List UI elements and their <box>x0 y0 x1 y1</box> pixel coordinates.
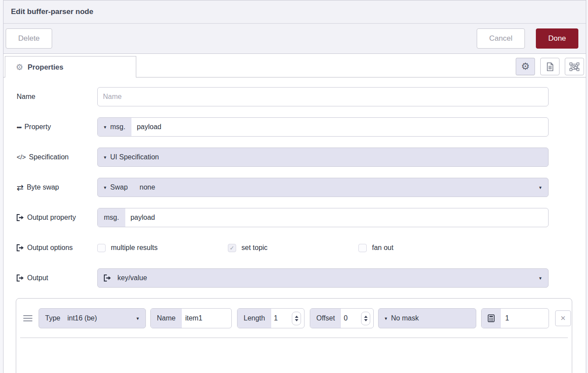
calculator-icon <box>488 314 495 322</box>
checkbox-icon[interactable]: ✓ <box>228 244 236 252</box>
output-property-value-input[interactable] <box>125 208 548 227</box>
item-name-prefix: Name <box>151 309 182 328</box>
item-offset-field: Offset <box>310 308 374 328</box>
checkbox-icon[interactable]: ✓ <box>97 244 106 252</box>
name-label: Name <box>17 93 97 101</box>
tab-tools: ⚙ <box>516 58 584 75</box>
item-scale-input[interactable] <box>501 309 549 328</box>
done-button[interactable]: Done <box>536 28 578 49</box>
property-type-button[interactable]: ▾ msg. <box>98 118 131 136</box>
checkbox-multiple-results[interactable]: ✓ multiple results <box>97 244 228 252</box>
gear-icon: ⚙ <box>521 62 530 71</box>
row-output: Output key/value ▾ <box>17 268 586 288</box>
spinner-down-icon[interactable] <box>295 319 298 321</box>
sign-out-icon <box>104 274 111 282</box>
output-select[interactable]: key/value ▾ <box>97 268 549 288</box>
output-value: key/value <box>117 274 147 282</box>
chevron-down-icon: ▾ <box>136 316 145 321</box>
item-offset-input[interactable] <box>341 309 354 328</box>
edit-node-dialog: Edit buffer-parser node Delete Cancel Do… <box>3 0 586 373</box>
spinner-up-icon[interactable] <box>364 316 368 318</box>
cancel-button[interactable]: Cancel <box>477 28 525 49</box>
spinner-down-icon[interactable] <box>364 319 368 321</box>
ellipsis-icon: ••• <box>17 124 21 130</box>
row-property: ••• Property ▾ msg. <box>17 117 586 137</box>
item-mask-select[interactable]: ▾ No mask <box>378 308 476 328</box>
items-list-container: Type int16 (be) ▾ Name Length <box>16 298 572 373</box>
exchange-icon: ⇄ <box>17 183 24 193</box>
dialog-toolbar: Delete Cancel Done <box>4 24 586 54</box>
item-mask-value: No mask <box>391 314 419 322</box>
checkbox-fan-out[interactable]: ✓ fan out <box>358 244 489 252</box>
item-name-input[interactable] <box>182 309 231 328</box>
output-label: Output <box>17 274 97 282</box>
gear-icon: ⚙ <box>16 63 23 71</box>
item-type-select[interactable]: Type int16 (be) ▾ <box>39 308 146 328</box>
specification-value: UI Specification <box>110 153 159 161</box>
item-name-field: Name <box>150 308 232 328</box>
chevron-down-icon: ▾ <box>104 155 106 160</box>
properties-tool-button[interactable]: ⚙ <box>516 58 535 75</box>
item-type-label: Type <box>45 314 60 322</box>
item-type-value: int16 (be) <box>67 314 97 322</box>
appearance-icon <box>569 62 580 71</box>
items-divider <box>20 338 568 338</box>
specification-select[interactable]: ▾ UI Specification <box>97 148 549 167</box>
chevron-down-icon: ▾ <box>539 276 548 281</box>
byte-swap-select[interactable]: ▾ Swap none ▾ <box>97 178 549 197</box>
item-row: Type int16 (be) ▾ Name Length <box>16 299 572 328</box>
item-scale-prefix <box>482 309 501 328</box>
output-property-type-button[interactable]: msg. <box>98 208 125 227</box>
item-length-field: Length <box>237 308 305 328</box>
delete-button[interactable]: Delete <box>6 28 52 49</box>
output-property-type-label: msg. <box>104 214 119 222</box>
drag-handle-icon[interactable] <box>23 315 32 322</box>
property-type-label: msg. <box>110 123 126 131</box>
row-byte-swap: ⇄ Byte swap ▾ Swap none ▾ <box>17 178 586 197</box>
byte-swap-value: none <box>140 183 156 191</box>
tab-properties-label: Properties <box>28 63 64 71</box>
item-length-input[interactable] <box>271 309 286 328</box>
checkbox-icon[interactable]: ✓ <box>358 244 367 252</box>
row-name: Name <box>17 87 586 106</box>
checkbox-set-topic[interactable]: ✓ set topic <box>228 244 358 252</box>
chevron-down-icon: ▾ <box>104 185 106 190</box>
property-value-input[interactable] <box>131 118 548 136</box>
dialog-header: Edit buffer-parser node <box>4 0 586 24</box>
offset-spinner[interactable] <box>361 312 370 325</box>
code-icon: </> <box>17 154 26 161</box>
close-icon: ✕ <box>560 314 566 322</box>
row-output-options: Output options ✓ multiple results ✓ set … <box>17 238 586 257</box>
chevron-down-icon: ▾ <box>104 125 106 130</box>
length-spinner[interactable] <box>292 312 301 325</box>
byte-swap-type-label: Swap <box>110 183 128 191</box>
chevron-down-icon: ▾ <box>385 316 387 321</box>
sign-out-icon <box>17 214 24 221</box>
byte-swap-label: ⇄ Byte swap <box>17 183 97 193</box>
description-tool-button[interactable] <box>540 58 560 75</box>
document-icon <box>546 62 554 71</box>
sign-out-icon <box>17 274 24 282</box>
appearance-tool-button[interactable] <box>565 58 584 75</box>
spinner-up-icon[interactable] <box>295 316 298 318</box>
dialog-title: Edit buffer-parser node <box>11 7 93 16</box>
item-length-prefix: Length <box>237 309 271 328</box>
row-specification: </> Specification ▾ UI Specification <box>17 148 586 167</box>
item-scale-field <box>481 308 549 328</box>
output-options-label: Output options <box>17 244 97 252</box>
sign-out-icon <box>17 244 24 251</box>
tab-properties[interactable]: ⚙ Properties <box>5 56 136 77</box>
property-label: ••• Property <box>17 123 97 131</box>
chevron-down-icon: ▾ <box>539 185 548 190</box>
properties-form: Name ••• Property ▾ msg. </> <box>4 77 586 288</box>
specification-label: </> Specification <box>17 153 97 161</box>
item-offset-prefix: Offset <box>310 309 341 328</box>
name-input[interactable] <box>98 88 548 106</box>
row-output-property: Output property msg. <box>17 208 586 227</box>
editor-tab-bar: ⚙ Properties ⚙ <box>4 54 586 77</box>
output-property-label: Output property <box>17 214 97 222</box>
remove-item-button[interactable]: ✕ <box>555 310 571 326</box>
